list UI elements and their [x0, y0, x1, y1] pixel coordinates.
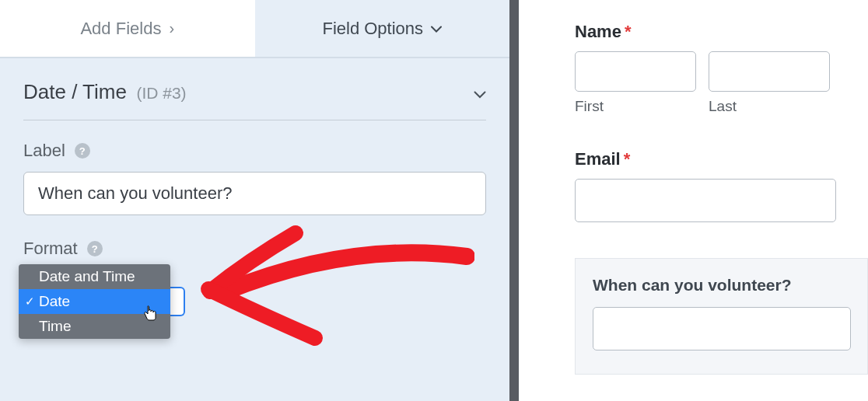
format-dropdown[interactable]: Date and Time ✓ Date Time	[19, 264, 170, 339]
format-row: Format ?	[23, 239, 486, 259]
name-field: Name* First Last	[575, 22, 868, 115]
field-options-panel: Add Fields › Field Options Date / Time (…	[0, 0, 509, 401]
last-name-input[interactable]	[709, 51, 830, 92]
email-field: Email*	[575, 149, 868, 222]
dropdown-item-label: Time	[39, 318, 72, 335]
tab-field-options[interactable]: Field Options	[255, 0, 510, 57]
tab-label: Add Fields	[80, 19, 161, 39]
last-sublabel: Last	[709, 98, 830, 115]
dropdown-item-label: Date and Time	[39, 268, 135, 285]
help-icon[interactable]: ?	[75, 143, 90, 159]
dropdown-item-date[interactable]: ✓ Date	[19, 289, 170, 314]
label-text: Name	[575, 22, 621, 41]
field-id: (ID #3)	[136, 84, 186, 102]
chevron-right-icon: ›	[169, 19, 174, 37]
required-asterisk: *	[625, 22, 632, 41]
email-input[interactable]	[575, 179, 836, 222]
panel-tabs: Add Fields › Field Options	[0, 0, 509, 58]
first-name-input[interactable]	[575, 51, 696, 92]
label-label: Label ?	[23, 141, 486, 161]
dropdown-item-date-and-time[interactable]: Date and Time	[19, 264, 170, 289]
check-icon: ✓	[25, 295, 35, 309]
select-edge	[170, 287, 185, 316]
label-input[interactable]	[23, 172, 486, 215]
form-preview: Name* First Last Email* When can you vol…	[519, 0, 868, 401]
label-text: Format	[23, 239, 78, 259]
label-text: Label	[23, 141, 65, 161]
volunteer-field[interactable]: When can you volunteer?	[575, 258, 868, 375]
label-text: Email	[575, 149, 621, 169]
field-header[interactable]: Date / Time (ID #3)	[23, 80, 486, 120]
chevron-down-icon	[431, 23, 442, 35]
field-title: Date / Time	[23, 80, 127, 103]
name-label: Name*	[575, 22, 868, 42]
tab-add-fields[interactable]: Add Fields ›	[0, 0, 255, 57]
dropdown-item-time[interactable]: Time	[19, 314, 170, 339]
first-sublabel: First	[575, 98, 696, 115]
help-icon[interactable]: ?	[87, 241, 103, 256]
volunteer-input[interactable]	[593, 307, 851, 350]
required-asterisk: *	[624, 149, 631, 169]
chevron-down-icon	[474, 86, 486, 103]
tab-label: Field Options	[322, 19, 423, 39]
label-row: Label ?	[23, 141, 486, 215]
volunteer-label: When can you volunteer?	[593, 276, 850, 295]
panel-separator	[509, 0, 519, 401]
dropdown-item-label: Date	[39, 293, 70, 310]
email-label: Email*	[575, 149, 868, 169]
format-label: Format ?	[23, 239, 486, 259]
